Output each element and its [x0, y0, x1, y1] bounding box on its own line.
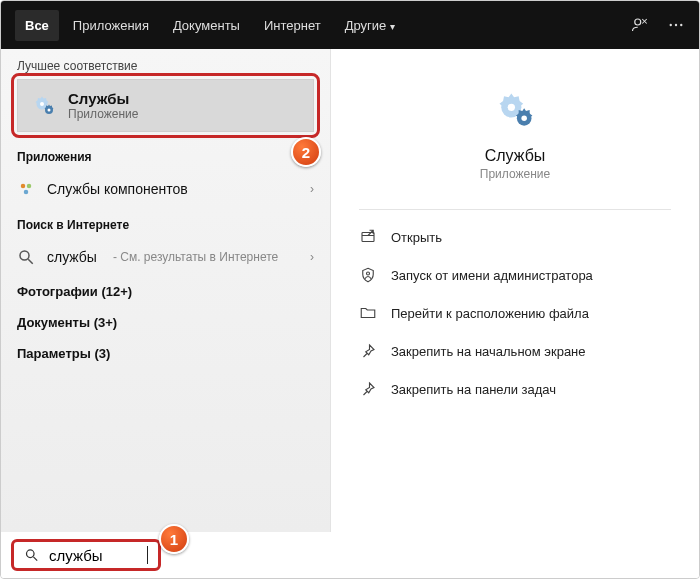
tab-internet[interactable]: Интернет [254, 10, 331, 41]
results-pane: Лучшее соответствие Службы Приложение [1, 49, 331, 532]
detail-title: Службы [485, 147, 546, 165]
action-pin-to-start[interactable]: Закрепить на начальном экране [349, 332, 681, 370]
chevron-right-icon: › [310, 182, 314, 196]
result-title: Службы компонентов [47, 181, 188, 197]
svg-point-9 [27, 184, 32, 189]
action-run-as-admin[interactable]: Запуск от имени администратора [349, 256, 681, 294]
action-label: Закрепить на панели задач [391, 382, 556, 397]
result-component-services[interactable]: Службы компонентов › [1, 170, 330, 208]
svg-point-8 [21, 184, 26, 189]
svg-point-14 [508, 104, 515, 111]
pin-start-icon [359, 342, 377, 360]
annotation-highlight-1 [11, 539, 161, 571]
tab-all[interactable]: Все [15, 10, 59, 41]
best-match-title: Службы [68, 90, 138, 107]
chevron-right-icon: › [310, 250, 314, 264]
group-documents[interactable]: Документы (3+) [1, 307, 330, 338]
action-label: Перейти к расположению файла [391, 306, 589, 321]
svg-line-20 [33, 557, 37, 561]
svg-point-11 [20, 251, 29, 260]
detail-subtitle: Приложение [480, 167, 550, 181]
svg-point-18 [367, 272, 370, 275]
best-match-result[interactable]: Службы Приложение [17, 79, 314, 132]
top-tab-bar: Все Приложения Документы Интернет Другие… [1, 1, 699, 49]
svg-point-3 [680, 24, 682, 26]
search-input[interactable] [49, 547, 139, 564]
open-icon [359, 228, 377, 246]
svg-point-16 [521, 116, 527, 121]
svg-point-1 [670, 24, 672, 26]
svg-point-2 [675, 24, 677, 26]
action-label: Открыть [391, 230, 442, 245]
search-icon [24, 547, 39, 563]
action-label: Закрепить на начальном экране [391, 344, 586, 359]
tab-more[interactable]: Другие▾ [335, 10, 406, 41]
action-open-file-location[interactable]: Перейти к расположению файла [349, 294, 681, 332]
web-suffix: - См. результаты в Интернете [113, 250, 278, 264]
group-settings[interactable]: Параметры (3) [1, 338, 330, 369]
best-match-subtitle: Приложение [68, 107, 138, 121]
folder-location-icon [359, 304, 377, 322]
action-pin-to-taskbar[interactable]: Закрепить на панели задач [349, 370, 681, 408]
svg-point-5 [40, 102, 44, 106]
feedback-icon[interactable] [631, 16, 649, 34]
tab-documents[interactable]: Документы [163, 10, 250, 41]
best-match-header: Лучшее соответствие [1, 49, 330, 79]
svg-point-19 [27, 550, 35, 558]
component-services-icon [17, 180, 35, 198]
svg-point-10 [24, 190, 29, 195]
services-icon [32, 94, 56, 118]
search-bar [1, 532, 699, 578]
svg-point-0 [635, 19, 641, 25]
search-icon [17, 248, 35, 266]
tab-apps[interactable]: Приложения [63, 10, 159, 41]
detail-pane: Службы Приложение Открыть Запуск от имен… [331, 49, 699, 532]
web-header: Поиск в Интернете [1, 208, 330, 238]
svg-rect-17 [362, 233, 374, 242]
shield-admin-icon [359, 266, 377, 284]
chevron-down-icon: ▾ [390, 21, 395, 32]
action-open[interactable]: Открыть [349, 218, 681, 256]
web-query: службы [47, 249, 97, 265]
svg-line-12 [28, 259, 33, 264]
services-icon-large [493, 89, 537, 133]
svg-point-7 [48, 108, 51, 111]
text-caret [147, 546, 148, 564]
more-icon[interactable] [667, 16, 685, 34]
result-web-search[interactable]: службы - См. результаты в Интернете › [1, 238, 330, 276]
pin-taskbar-icon [359, 380, 377, 398]
group-photos[interactable]: Фотографии (12+) [1, 276, 330, 307]
action-label: Запуск от имени администратора [391, 268, 593, 283]
apps-header: Приложения [1, 140, 330, 170]
